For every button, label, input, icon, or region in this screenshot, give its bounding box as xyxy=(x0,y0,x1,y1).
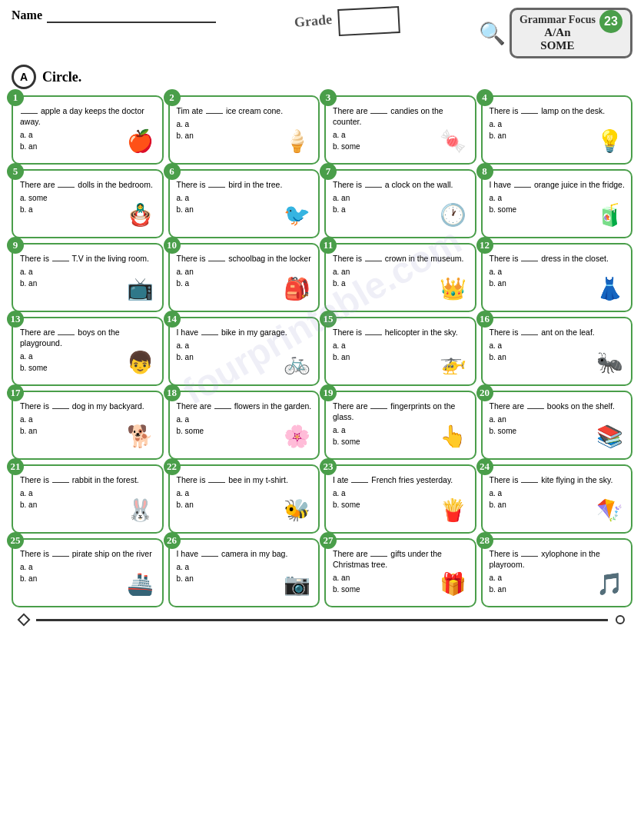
blank-line xyxy=(365,334,382,335)
footer-circle xyxy=(616,615,625,624)
card-emoji: 👦 xyxy=(127,352,154,374)
grade-box xyxy=(338,6,401,36)
card-emoji: 🚢 xyxy=(127,574,154,595)
card-content: There are fingerprints on the glass. a. … xyxy=(330,396,471,454)
card-emoji: 👆 xyxy=(440,426,466,447)
card-24: 24 There is kite flying in the sky. a. a… xyxy=(481,464,633,534)
card-image-area: 🍎 xyxy=(121,122,160,161)
card-text: There is ant on the leaf. xyxy=(486,322,628,338)
card-number: 7 xyxy=(320,163,337,180)
card-image-area: 🍟 xyxy=(434,491,473,530)
card-8: 8 I have orange juice in the fridge. a. … xyxy=(481,169,633,238)
card-image-area: 🪁 xyxy=(590,491,629,530)
card-image-area: 📷 xyxy=(277,565,316,604)
card-content: There is dog in my backyard. a. ab. an 🐕 xyxy=(17,396,158,454)
card-content: There is pirate ship on the river a. ab.… xyxy=(17,544,158,602)
card-number: 13 xyxy=(7,311,24,328)
card-text: Tim ate ice cream cone. xyxy=(174,101,315,116)
blank-line xyxy=(58,334,75,335)
name-label: Name xyxy=(12,8,42,22)
card-number: 28 xyxy=(476,532,493,549)
card-text: There are flowers in the garden. xyxy=(174,396,315,411)
card-content: I have bike in my garage. a. ab. an 🚲 xyxy=(174,322,315,381)
blank-line xyxy=(208,187,225,188)
card-emoji: 🚲 xyxy=(284,352,310,374)
card-emoji: 🍬 xyxy=(440,131,466,152)
card-7: 7 There is a clock on the wall. a. anb. … xyxy=(324,169,476,238)
blank-line xyxy=(206,113,223,114)
card-image-area: 🌸 xyxy=(277,418,316,456)
card-text: There is bird in the tree. xyxy=(174,175,315,190)
card-content: There are flowers in the garden. a. ab. … xyxy=(174,396,315,454)
card-content: There is crown in the museum. a. anb. a … xyxy=(330,248,471,307)
card-number: 26 xyxy=(164,532,181,549)
blank-line xyxy=(214,408,231,409)
grammar-focus-sub: A/AnSOME xyxy=(520,26,596,52)
card-emoji: 🌸 xyxy=(284,426,310,447)
card-number: 5 xyxy=(7,163,24,180)
card-13: 13 There are boys on the playground. a. … xyxy=(12,317,164,386)
card-emoji: 🍟 xyxy=(440,500,466,521)
card-23: 23 I ate French fries yesterday. a. ab. … xyxy=(324,464,476,534)
cards-grid: 1 apple a day keeps the doctor away. a. … xyxy=(12,95,632,607)
card-emoji: 🪆 xyxy=(127,205,154,226)
grade-area: Grade xyxy=(294,8,400,35)
card-number: 20 xyxy=(476,384,493,401)
card-emoji: 🪁 xyxy=(596,500,623,521)
blank-line xyxy=(52,482,69,483)
card-text: There is rabbit in the forest. xyxy=(17,470,158,485)
card-content: apple a day keeps the doctor away. a. ab… xyxy=(17,101,158,159)
card-image-area: 🐰 xyxy=(121,491,160,530)
card-10: 10 There is schoolbag in the locker a. a… xyxy=(168,243,320,312)
grammar-focus-title: Grammar Focus xyxy=(520,14,596,26)
card-content: I have orange juice in the fridge. a. ab… xyxy=(486,175,628,233)
card-emoji: 🕐 xyxy=(440,205,466,226)
magnify-icon: 🔍 xyxy=(479,21,506,46)
card-text: I have orange juice in the fridge. xyxy=(486,175,628,190)
card-number: 1 xyxy=(7,89,24,106)
card-text: There is kite flying in the sky. xyxy=(486,470,628,485)
card-number: 23 xyxy=(320,458,337,475)
card-text: I have camera in my bag. xyxy=(174,544,315,559)
card-number: 15 xyxy=(320,311,337,328)
card-emoji: 🎒 xyxy=(284,278,310,300)
card-content: There are candies on the counter. a. ab.… xyxy=(330,101,471,159)
card-text: There is crown in the museum. xyxy=(330,248,471,264)
card-number: 14 xyxy=(164,311,181,328)
blank-line xyxy=(365,187,382,188)
name-line: Name xyxy=(12,8,216,23)
blank-line xyxy=(370,113,387,114)
card-text: There is dress in the closet. xyxy=(486,248,628,264)
card-emoji: 🎁 xyxy=(440,574,466,595)
name-underline xyxy=(47,8,216,23)
grade-label: Grade xyxy=(294,12,334,31)
card-number: 12 xyxy=(476,237,493,254)
card-content: There are dolls in the bedroom. a. someb… xyxy=(17,175,158,233)
card-text: There is bee in my t-shirt. xyxy=(174,470,315,485)
card-text: There is a clock on the wall. xyxy=(330,175,471,190)
card-17: 17 There is dog in my backyard. a. ab. a… xyxy=(12,391,164,460)
card-emoji: 🐰 xyxy=(127,500,154,521)
card-1: 1 apple a day keeps the doctor away. a. … xyxy=(12,95,164,165)
card-image-area: 🐝 xyxy=(277,491,316,530)
card-number: 10 xyxy=(164,237,181,254)
card-text: There is lamp on the desk. xyxy=(486,101,628,116)
blank-line xyxy=(201,556,218,557)
card-3: 3 There are candies on the counter. a. a… xyxy=(324,95,476,165)
blank-line xyxy=(21,113,38,114)
card-16: 16 There is ant on the leaf. a. ab. an 🐜 xyxy=(481,317,633,386)
card-content: Tim ate ice cream cone. a. ab. an 🍦 xyxy=(174,101,315,159)
card-number: 18 xyxy=(164,384,181,401)
blank-line xyxy=(52,261,69,261)
blank-line xyxy=(208,482,225,483)
card-content: There is T.V in the living room. a. ab. … xyxy=(17,248,158,307)
card-emoji: 🧃 xyxy=(596,205,623,226)
blank-line xyxy=(208,261,225,261)
card-content: There is bird in the tree. a. ab. an 🐦 xyxy=(174,175,315,233)
blank-line xyxy=(514,187,531,188)
card-image-area: 🎒 xyxy=(277,270,316,308)
card-number: 17 xyxy=(7,384,24,401)
card-11: 11 There is crown in the museum. a. anb.… xyxy=(324,243,476,312)
card-2: 2 Tim ate ice cream cone. a. ab. an 🍦 xyxy=(168,95,320,165)
card-number: 4 xyxy=(476,89,493,106)
